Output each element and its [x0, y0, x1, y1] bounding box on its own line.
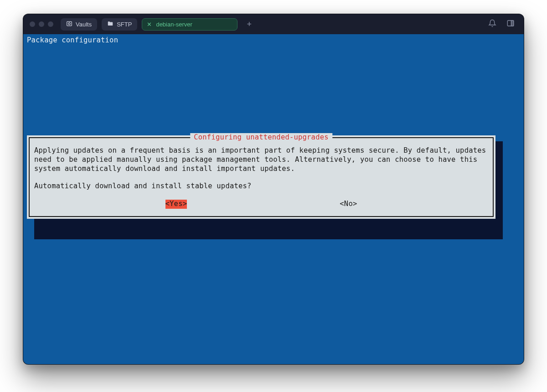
svg-rect-5 — [511, 21, 514, 26]
folder-icon — [107, 21, 114, 28]
dialog-description: Applying updates on a frequent basis is … — [34, 146, 488, 173]
dialog-body: Applying updates on a frequent basis is … — [34, 146, 488, 209]
terminal-viewport[interactable]: Package configuration Configuring unatte… — [23, 34, 524, 364]
sidebar-icon — [506, 19, 515, 29]
screen-title: Package configuration — [26, 36, 521, 45]
vaults-button[interactable]: Vaults — [61, 18, 97, 31]
panel-toggle-button[interactable] — [504, 17, 517, 31]
close-tab-icon[interactable]: ✕ — [147, 21, 152, 28]
svg-point-1 — [68, 22, 70, 24]
dialog-title: Configuring unattended-upgrades — [190, 133, 332, 142]
no-button[interactable]: <No> — [340, 200, 357, 209]
vaults-label: Vaults — [76, 21, 92, 28]
active-tab[interactable]: ✕ debian-server — [142, 18, 237, 31]
bell-icon — [488, 19, 496, 29]
sftp-label: SFTP — [117, 21, 132, 28]
dialog-frame: Configuring unattended-upgrades Applying… — [29, 137, 494, 217]
dialog-buttons: <Yes> <No> — [34, 200, 488, 209]
new-tab-button[interactable]: + — [242, 18, 256, 31]
app-window: Vaults SFTP ✕ debian-server + — [23, 14, 524, 365]
svg-rect-0 — [67, 21, 72, 26]
tab-label: debian-server — [156, 21, 192, 28]
zoom-window-button[interactable] — [48, 21, 53, 27]
yes-button[interactable]: <Yes> — [165, 200, 187, 209]
notifications-button[interactable] — [485, 17, 499, 31]
close-window-button[interactable] — [30, 21, 35, 27]
dialog-container: Configuring unattended-upgrades Applying… — [27, 135, 495, 219]
vault-icon — [66, 21, 72, 28]
dialog-question: Automatically download and install stabl… — [34, 182, 488, 191]
window-controls — [30, 21, 53, 27]
titlebar: Vaults SFTP ✕ debian-server + — [23, 14, 524, 34]
sftp-button[interactable]: SFTP — [102, 18, 137, 31]
minimize-window-button[interactable] — [39, 21, 44, 27]
